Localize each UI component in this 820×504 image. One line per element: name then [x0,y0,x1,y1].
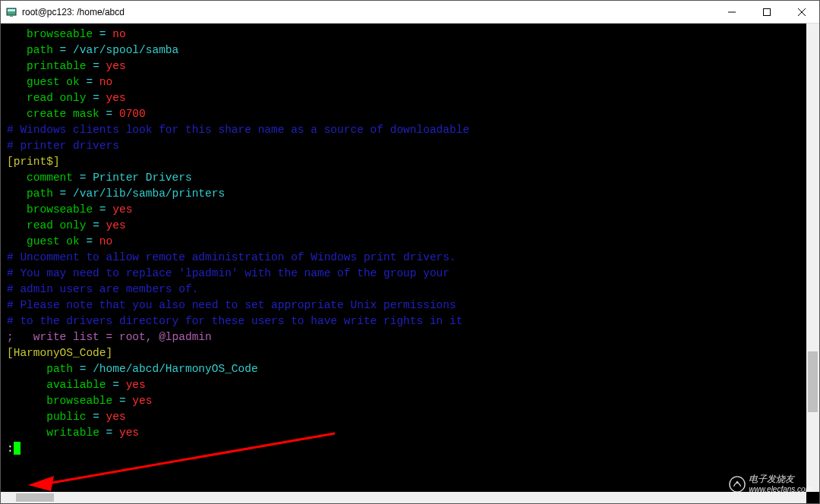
svg-point-11 [736,481,739,484]
terminal-line: read only = yes [7,218,813,234]
terminal-line: path = /home/abcd/HarmonyOS_Code [7,361,813,377]
putty-icon [5,6,17,18]
terminal-line: available = yes [7,377,813,393]
terminal-line: public = yes [7,409,813,425]
cursor-icon [14,442,20,455]
terminal-line: browseable = yes [7,202,813,218]
terminal-line: # printer drivers [7,138,813,154]
terminal-line: # Windows clients look for this share na… [7,122,813,138]
terminal-line: read only = yes [7,90,813,106]
horizontal-scrollbar[interactable] [1,492,806,503]
terminal-line: browseable = yes [7,393,813,409]
titlebar[interactable]: root@pc123: /home/abcd [1,1,819,24]
svg-point-10 [730,477,745,492]
window-controls [714,1,819,23]
scrollbar-thumb[interactable] [808,351,818,412]
terminal-line: # to the drivers directory for these use… [7,313,813,329]
terminal-line: [HarmonyOS_Code] [7,345,813,361]
horizontal-scrollbar-thumb[interactable] [16,493,54,502]
prompt-line[interactable]: : [7,441,813,457]
terminal-line: # Uncomment to allow remote administrati… [7,250,813,266]
terminal-line: printable = yes [7,58,813,74]
minimize-button[interactable] [714,1,749,23]
terminal-line: # Please note that you also need to set … [7,298,813,313]
terminal-line: path = /var/spool/samba [7,43,813,58]
watermark: 电子发烧友 www.elecfans.com [729,474,812,494]
terminal-line: # admin users are members of. [7,282,813,298]
svg-rect-2 [10,15,13,17]
window-title: root@pc123: /home/abcd [22,7,125,17]
close-button[interactable] [784,1,819,23]
terminal-line: create mask = 0700 [7,106,813,122]
terminal-line: comment = Printer Drivers [7,170,813,186]
terminal-line: [print$] [7,154,813,170]
terminal-line: writable = yes [7,425,813,441]
terminal-window: root@pc123: /home/abcd browseable = no p… [0,0,820,504]
svg-rect-1 [8,9,15,11]
vertical-scrollbar[interactable] [806,24,819,492]
watermark-logo-icon [729,476,746,493]
terminal-line: path = /var/lib/samba/printers [7,186,813,202]
terminal-content[interactable]: browseable = no path = /var/spool/samba … [1,24,819,503]
terminal-line: guest ok = no [7,234,813,250]
watermark-text-2: www.elecfans.com [749,484,812,494]
terminal-line: ; write list = root, @lpadmin [7,329,813,345]
watermark-text-1: 电子发烧友 [749,474,812,484]
svg-rect-4 [764,8,771,15]
maximize-button[interactable] [749,1,784,23]
terminal-line: guest ok = no [7,74,813,90]
terminal-line: # You may need to replace 'lpadmin' with… [7,266,813,282]
terminal-line: browseable = no [7,27,813,43]
